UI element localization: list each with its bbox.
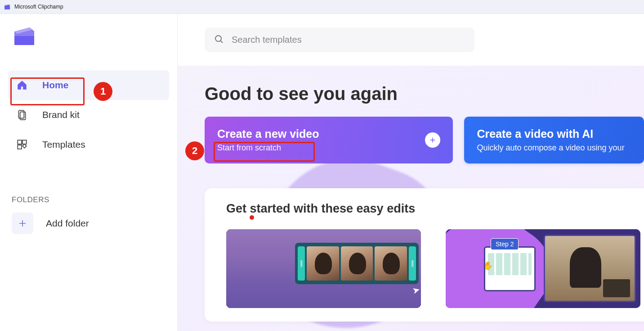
home-icon bbox=[16, 79, 28, 91]
clipchamp-app-icon bbox=[4, 3, 11, 10]
brand-kit-icon bbox=[16, 109, 28, 121]
folders-section-label: FOLDERS bbox=[12, 195, 169, 204]
titlebar: Microsoft Clipchamp bbox=[0, 0, 644, 14]
sidebar-item-home[interactable]: Home bbox=[8, 70, 169, 100]
hero-area: Good to see you again Create a new video… bbox=[178, 66, 644, 331]
sidebar-item-label: Templates bbox=[42, 139, 85, 150]
sidebar-item-templates[interactable]: Templates bbox=[8, 130, 169, 159]
template-thumbnail-2[interactable]: Step 2 ✋ bbox=[446, 229, 640, 308]
add-folder-label: Add folder bbox=[46, 218, 89, 229]
clipchamp-logo bbox=[13, 25, 169, 48]
plus-circle-icon bbox=[425, 132, 440, 148]
plus-icon bbox=[12, 213, 33, 234]
titlebar-app-name: Microsoft Clipchamp bbox=[14, 4, 63, 10]
card-subtitle: Start from scratch bbox=[217, 143, 319, 153]
svg-rect-4 bbox=[18, 145, 22, 149]
card-title: Create a new video bbox=[217, 127, 319, 141]
panel-title: Get started with these easy edits bbox=[226, 202, 640, 216]
sidebar: Home Brand kit Templates FOLDERS Add fol… bbox=[0, 14, 178, 331]
action-cards-row: Create a new video Start from scratch Cr… bbox=[205, 117, 644, 163]
main-top bbox=[178, 14, 644, 66]
step-badge: Step 2 bbox=[491, 238, 519, 250]
search-bar[interactable] bbox=[205, 27, 474, 52]
card-title: Create a video with AI bbox=[477, 127, 624, 141]
hand-icon: ✋ bbox=[483, 261, 493, 271]
search-icon bbox=[214, 34, 224, 46]
svg-point-5 bbox=[215, 36, 221, 41]
svg-rect-2 bbox=[18, 140, 22, 144]
easy-edits-panel: Get started with these easy edits ║ ║ bbox=[205, 188, 644, 322]
thumbnail-row: ║ ║ ➤ Step 2 bbox=[226, 229, 640, 308]
card-subtitle: Quickly auto compose a video using your bbox=[477, 143, 624, 153]
main-content: Good to see you again Create a new video… bbox=[178, 14, 644, 331]
templates-icon bbox=[16, 139, 28, 150]
sidebar-item-label: Home bbox=[42, 80, 68, 91]
sidebar-item-brand-kit[interactable]: Brand kit bbox=[8, 100, 169, 130]
greeting-heading: Good to see you again bbox=[205, 84, 644, 104]
sidebar-item-label: Brand kit bbox=[42, 109, 80, 120]
add-folder-button[interactable]: Add folder bbox=[8, 213, 169, 234]
create-new-video-card[interactable]: Create a new video Start from scratch bbox=[205, 117, 453, 163]
app-body: Home Brand kit Templates FOLDERS Add fol… bbox=[0, 14, 644, 331]
search-input[interactable] bbox=[232, 35, 465, 45]
template-thumbnail-1[interactable]: ║ ║ ➤ bbox=[226, 229, 421, 308]
create-video-ai-card[interactable]: Create a video with AI Quickly auto comp… bbox=[464, 117, 644, 163]
